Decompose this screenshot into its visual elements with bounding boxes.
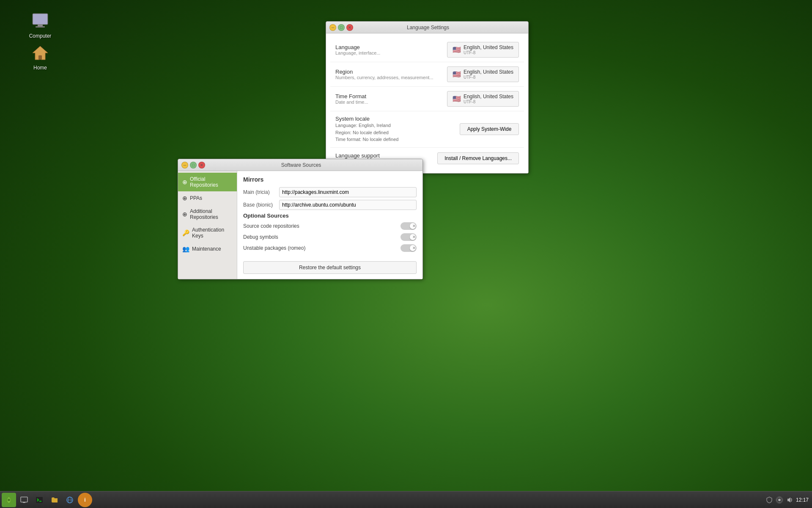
help-icon: i xyxy=(81,496,89,504)
maintenance-label: Maintenance xyxy=(192,246,221,252)
debug-symbols-x: ✕ xyxy=(412,235,416,239)
computer-icon-label: Computer xyxy=(29,33,52,39)
terminal-button[interactable] xyxy=(32,493,47,507)
terminal-icon xyxy=(36,496,43,504)
debug-symbols-toggle-row: Debug symbols ✕ xyxy=(243,233,417,241)
time-format-flag: 🇺🇸 xyxy=(453,95,461,103)
taskbar: i 12:17 xyxy=(0,491,812,508)
mint-logo-icon xyxy=(4,495,14,505)
main-mirror-row: Main (tricia) xyxy=(243,187,417,197)
software-sources-main: Mirrors Main (tricia) Base (bionic) Opti… xyxy=(237,171,422,279)
ppas-label: PPAs xyxy=(190,195,202,201)
region-value-text: English, United States UTF-8 xyxy=(464,69,513,80)
home-icon-label: Home xyxy=(33,65,47,71)
svg-rect-8 xyxy=(23,502,25,503)
show-desktop-button[interactable] xyxy=(17,493,31,507)
maximize-button-sw[interactable]: □ xyxy=(190,162,197,168)
optional-sources-title: Optional Sources xyxy=(243,213,417,219)
software-sources-window: ─ □ ✕ Software Sources ⊕ Official Reposi… xyxy=(178,159,423,279)
ppas-icon: ⊕ xyxy=(182,195,187,202)
taskbar-left: i xyxy=(0,493,94,507)
browser-button[interactable] xyxy=(63,493,77,507)
software-sources-title: Software Sources xyxy=(205,162,397,168)
time-format-row: Time Format Date and time... 🇺🇸 English,… xyxy=(330,87,524,111)
unstable-toggle-row: Unstable packages (romeo) ✕ xyxy=(243,244,417,252)
region-select-button[interactable]: 🇺🇸 English, United States UTF-8 xyxy=(447,66,519,82)
main-mirror-input[interactable] xyxy=(279,187,417,197)
svg-rect-7 xyxy=(21,497,27,502)
language-flag: 🇺🇸 xyxy=(453,46,461,54)
base-mirror-label: Base (bionic) xyxy=(243,202,279,208)
taskbar-right: 12:17 xyxy=(762,496,812,504)
window-controls-sw: ─ □ ✕ xyxy=(181,162,205,168)
locale-info: Language: English, Ireland Region: No lo… xyxy=(335,122,460,143)
sidebar-item-auth-keys[interactable]: 🔑 Authentication Keys xyxy=(178,224,237,242)
debug-symbols-toggle[interactable]: ✕ xyxy=(401,233,417,241)
time-format-value-text: English, United States UTF-8 xyxy=(464,94,513,104)
sidebar-item-ppas[interactable]: ⊕ PPAs xyxy=(178,191,237,205)
official-repos-icon: ⊕ xyxy=(182,179,187,185)
network-icon xyxy=(776,496,783,504)
system-locale-row: System locale Language: English, Ireland… xyxy=(330,111,524,148)
taskbar-clock: 12:17 xyxy=(796,497,809,503)
main-mirror-label: Main (tricia) xyxy=(243,189,279,195)
close-button-sw[interactable]: ✕ xyxy=(198,162,205,168)
language-settings-window: ─ □ ✕ Language Settings Language Languag… xyxy=(326,21,529,174)
software-sources-sidebar: ⊕ Official Repositories ⊕ PPAs ⊕ Additio… xyxy=(178,171,237,279)
svg-point-16 xyxy=(778,499,781,501)
sidebar-item-maintenance[interactable]: 👥 Maintenance xyxy=(178,242,237,256)
official-repos-label: Official Repositories xyxy=(190,176,233,188)
base-mirror-row: Base (bionic) xyxy=(243,200,417,210)
time-format-select-button[interactable]: 🇺🇸 English, United States UTF-8 xyxy=(447,91,519,107)
language-row: Language Language, interface... 🇺🇸 Engli… xyxy=(330,38,524,62)
maximize-button-lang[interactable]: □ xyxy=(338,24,345,31)
restore-defaults-button[interactable]: Restore the default settings xyxy=(243,261,417,274)
sidebar-item-official[interactable]: ⊕ Official Repositories xyxy=(178,173,237,191)
sidebar-item-additional[interactable]: ⊕ Additional Repositories xyxy=(178,205,237,224)
system-locale-label: System locale Language: English, Ireland… xyxy=(335,116,460,143)
close-button-lang[interactable]: ✕ xyxy=(346,24,353,31)
source-code-label: Source code repositories xyxy=(243,223,299,229)
source-code-toggle[interactable]: ✕ xyxy=(401,222,417,230)
additional-repos-icon: ⊕ xyxy=(182,211,187,218)
files-button[interactable] xyxy=(47,493,62,507)
minimize-button-sw[interactable]: ─ xyxy=(181,162,188,168)
minimize-button-lang[interactable]: ─ xyxy=(329,24,336,31)
language-select-button[interactable]: 🇺🇸 English, United States UTF-8 xyxy=(447,42,519,58)
language-content: Language Language, interface... 🇺🇸 Engli… xyxy=(326,33,528,173)
base-mirror-input[interactable] xyxy=(279,200,417,210)
software-sources-titlebar: ─ □ ✕ Software Sources xyxy=(178,159,422,171)
unstable-toggle[interactable]: ✕ xyxy=(401,244,417,252)
mirrors-title: Mirrors xyxy=(243,176,417,183)
debug-symbols-label: Debug symbols xyxy=(243,234,278,240)
svg-point-6 xyxy=(8,499,10,501)
region-label: Region Numbers, currency, addresses, mea… xyxy=(335,69,447,80)
browser-icon xyxy=(66,496,74,504)
mint-menu-button[interactable] xyxy=(2,493,16,507)
computer-icon xyxy=(30,11,50,31)
sound-icon xyxy=(786,496,793,504)
maintenance-icon: 👥 xyxy=(182,246,189,252)
auth-keys-icon: 🔑 xyxy=(182,229,189,236)
desktop-icon-computer[interactable]: Computer xyxy=(23,8,57,41)
unstable-label: Unstable packages (romeo) xyxy=(243,245,305,251)
svg-rect-9 xyxy=(36,497,43,503)
source-code-toggle-row: Source code repositories ✕ xyxy=(243,222,417,230)
install-remove-languages-button[interactable]: Install / Remove Languages... xyxy=(437,152,519,164)
help-button[interactable]: i xyxy=(78,493,92,507)
unstable-x: ✕ xyxy=(412,246,416,250)
region-flag: 🇺🇸 xyxy=(453,70,461,78)
apply-system-wide-button[interactable]: Apply System-Wide xyxy=(460,123,519,135)
language-window-title: Language Settings xyxy=(353,25,503,30)
language-label: Language Language, interface... xyxy=(335,44,447,55)
region-row: Region Numbers, currency, addresses, mea… xyxy=(330,62,524,87)
svg-rect-4 xyxy=(38,55,42,60)
source-code-x: ✕ xyxy=(412,224,416,228)
shield-icon xyxy=(765,496,773,504)
svg-rect-3 xyxy=(36,26,45,28)
window-controls-lang: ─ □ ✕ xyxy=(329,24,353,31)
desktop: Computer Home ─ □ ✕ Language Settings La… xyxy=(0,0,812,508)
software-sources-body: ⊕ Official Repositories ⊕ PPAs ⊕ Additio… xyxy=(178,171,422,279)
language-value-text: English, United States UTF-8 xyxy=(464,44,513,55)
desktop-icon-home[interactable]: Home xyxy=(23,40,57,73)
